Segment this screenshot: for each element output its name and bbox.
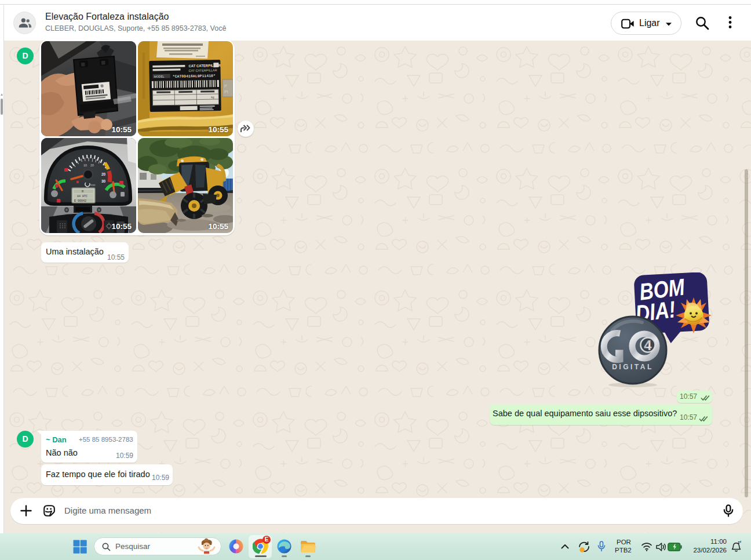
svg-text:CAT CATERPILLAR: CAT CATERPILLAR (188, 68, 217, 72)
svg-text:20: 20 (101, 172, 106, 176)
svg-text:10: 10 (83, 163, 87, 167)
svg-text:/min: /min (90, 184, 96, 187)
svg-text:*CAT0D416AL9P11410*: *CAT0D416AL9P11410* (173, 74, 216, 79)
svg-text:4: 4 (644, 337, 652, 353)
svg-text:MODEL: MODEL (154, 75, 165, 78)
svg-text:PI: PI (224, 90, 228, 94)
svg-text:z: z (740, 541, 742, 543)
svg-text:DIGITAL: DIGITAL (612, 363, 654, 371)
svg-text:E 00042: E 00042 (74, 199, 86, 203)
svg-text:M: M (82, 190, 83, 194)
svg-text:20: 20 (90, 163, 94, 167)
svg-text:kg: kg (211, 95, 214, 99)
svg-text:P: P (224, 84, 227, 88)
svg-text:30: 30 (101, 179, 106, 183)
svg-text:84 HTC: 84 HTC (77, 195, 88, 198)
